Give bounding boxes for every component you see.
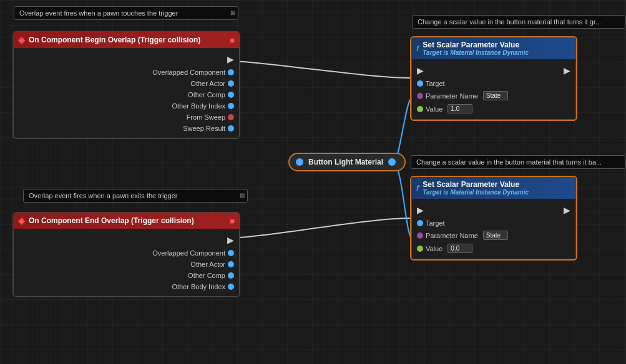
- variable-node-button-light[interactable]: Button Light Material: [288, 153, 406, 171]
- exec-row-s2: ▶ ▶: [412, 203, 575, 218]
- set-scalar-body-2: ▶ ▶ Target Parameter Name Value: [411, 199, 576, 259]
- other-actor-pin[interactable]: [228, 80, 234, 87]
- param-name-row-2: Parameter Name: [412, 229, 575, 242]
- param-name-row-1: Parameter Name: [412, 89, 575, 102]
- end-overlap-header: ◈ On Component End Overlap (Trigger coll…: [13, 213, 240, 229]
- exec-out-pin-s1[interactable]: ▶: [564, 65, 570, 75]
- function-icon-1: f: [416, 44, 419, 53]
- exec-out-pin-s2[interactable]: ▶: [564, 205, 570, 215]
- param-name-pin-2[interactable]: [417, 232, 423, 239]
- variable-out-pin[interactable]: [296, 158, 303, 166]
- from-sweep-pin[interactable]: [228, 114, 234, 120]
- pin-row-from-sweep: From Sweep: [14, 112, 239, 123]
- sweep-result-pin[interactable]: [228, 125, 234, 132]
- pin-row-overlapped: Overlapped Component: [14, 67, 239, 78]
- pin-row-other-actor-2: Other Actor: [14, 259, 239, 270]
- set-scalar-body-1: ▶ ▶ Target Parameter Name Value: [411, 59, 576, 120]
- param-name-pin-1[interactable]: [417, 93, 423, 99]
- begin-overlap-body: ▶ Overlapped Component Other Actor Other…: [13, 48, 240, 138]
- exec-out-pin[interactable]: ▶: [227, 54, 234, 64]
- pin-row-other-actor: Other Actor: [14, 78, 239, 89]
- other-actor-pin-2[interactable]: [228, 261, 234, 267]
- exec-in-pin-s1[interactable]: ▶: [417, 65, 424, 75]
- pin-row-other-body-2: Other Body Index: [14, 281, 239, 292]
- collapse-icon-2[interactable]: ⊠: [240, 192, 245, 199]
- pin-row-other-comp: Other Comp: [14, 89, 239, 100]
- value-row-2: Value: [412, 242, 575, 255]
- target-pin-1[interactable]: [417, 80, 423, 87]
- pin-row-overlapped-2: Overlapped Component: [14, 247, 239, 259]
- set-scalar-header-2: f Set Scalar Parameter Value Target is M…: [411, 177, 576, 199]
- value-pin-2[interactable]: [417, 246, 423, 252]
- set-scalar-header-1: f Set Scalar Parameter Value Target is M…: [411, 37, 576, 59]
- overlapped-comp-pin[interactable]: [228, 69, 234, 75]
- variable-in-pin[interactable]: [388, 158, 396, 166]
- other-body-pin[interactable]: [228, 103, 234, 109]
- exec-in-pin-s2[interactable]: ▶: [417, 205, 424, 215]
- exec-row-s1: ▶ ▶: [412, 63, 575, 78]
- other-comp-pin[interactable]: [228, 92, 234, 98]
- value-row-1: Value: [412, 102, 575, 115]
- begin-overlap-node: ◈ On Component Begin Overlap (Trigger co…: [12, 31, 240, 139]
- target-row-2: Target: [412, 218, 575, 229]
- pin-row-other-body: Other Body Index: [14, 100, 239, 112]
- target-row-1: Target: [412, 78, 575, 89]
- function-icon-2: f: [416, 183, 419, 193]
- exec-row-2: ▶: [14, 232, 239, 247]
- end-overlap-body: ▶ Overlapped Component Other Actor Other…: [13, 229, 240, 297]
- value-input-1[interactable]: [447, 104, 472, 113]
- other-comp-pin-2[interactable]: [228, 272, 234, 279]
- value-pin-1[interactable]: [417, 106, 423, 112]
- exec-out-pin-2[interactable]: ▶: [227, 235, 234, 245]
- pin-row-sweep-result: Sweep Result: [14, 123, 239, 134]
- overlapped-comp-pin-2[interactable]: [228, 250, 234, 256]
- exec-row: ▶: [14, 52, 239, 67]
- collapse-icon-1[interactable]: ⊠: [230, 9, 235, 16]
- begin-overlap-header: ◈ On Component Begin Overlap (Trigger co…: [13, 32, 240, 48]
- set-scalar-node-2: f Set Scalar Parameter Value Target is M…: [410, 176, 577, 261]
- event-icon-2: ◈: [18, 216, 25, 226]
- target-pin-2[interactable]: [417, 220, 423, 226]
- value-input-2[interactable]: [447, 244, 472, 253]
- comment-scalar-1: Change a scalar value in the button mate…: [412, 15, 626, 29]
- other-body-pin-2[interactable]: [228, 284, 234, 290]
- comment-begin-overlap: Overlap event fires when a pawn touches …: [14, 6, 238, 20]
- close-icon[interactable]: ■: [230, 36, 235, 45]
- pin-row-other-comp-2: Other Comp: [14, 270, 239, 281]
- param-name-input-2[interactable]: [483, 231, 508, 240]
- comment-end-overlap: Overlap event fires when a pawn exits th…: [23, 189, 248, 203]
- comment-scalar-2: Change a scalar value in the button mate…: [411, 155, 626, 169]
- close-icon-2[interactable]: ■: [230, 216, 235, 226]
- event-icon: ◈: [18, 35, 25, 45]
- set-scalar-node-1: f Set Scalar Parameter Value Target is M…: [410, 36, 577, 121]
- param-name-input-1[interactable]: [483, 91, 508, 100]
- end-overlap-node: ◈ On Component End Overlap (Trigger coll…: [12, 212, 240, 297]
